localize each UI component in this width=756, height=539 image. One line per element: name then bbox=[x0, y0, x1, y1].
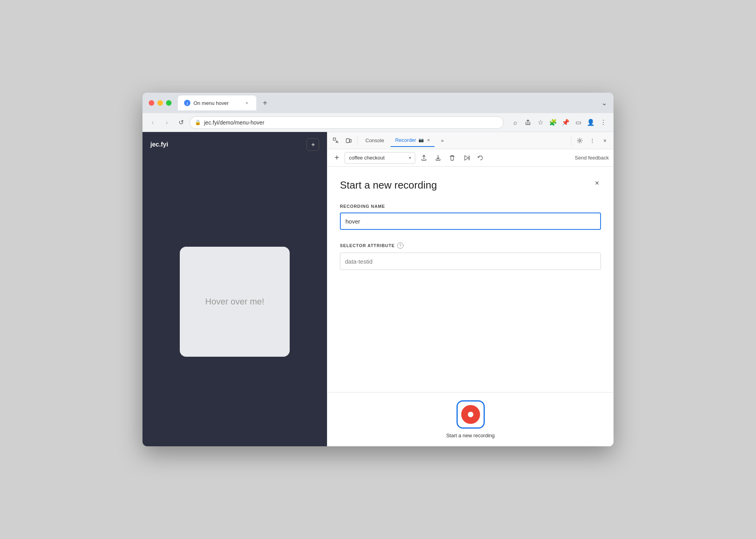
traffic-light-red[interactable] bbox=[149, 100, 154, 106]
theme-icon: ✦ bbox=[310, 141, 316, 148]
url-bar[interactable]: 🔒 jec.fyi/demo/menu-hover bbox=[190, 116, 504, 129]
selector-attribute-label-row: SELECTOR ATTRIBUTE ? bbox=[340, 242, 601, 249]
address-bar: ‹ › ↺ 🔒 jec.fyi/demo/menu-hover ⌕ ☆ 🧩 📌 … bbox=[142, 113, 614, 132]
svg-rect-5 bbox=[469, 156, 469, 160]
recording-name-label: RECORDING NAME bbox=[340, 204, 601, 209]
recorder-content: × Start a new recording RECORDING NAME S… bbox=[327, 167, 614, 392]
window-button[interactable]: ▭ bbox=[573, 117, 584, 128]
devtools-settings-button[interactable] bbox=[574, 135, 585, 146]
add-recording-button[interactable]: + bbox=[332, 153, 341, 163]
devtools-tabs: Console Recorder 📷 × » bbox=[327, 132, 614, 149]
reload-button[interactable]: ↺ bbox=[175, 117, 186, 128]
svg-marker-4 bbox=[465, 156, 468, 160]
recording-name: coffee checkout bbox=[349, 155, 407, 161]
recorder-bottom: Start a new recording bbox=[327, 392, 614, 446]
webpage-content: Hover over me! bbox=[142, 157, 327, 446]
dialog-title: Start a new recording bbox=[340, 179, 601, 191]
console-tab-label: Console bbox=[365, 138, 384, 143]
hover-card[interactable]: Hover over me! bbox=[180, 247, 290, 357]
traffic-light-green[interactable] bbox=[166, 100, 172, 106]
tab-title: On menu hover bbox=[194, 100, 241, 106]
devtools-menu-button[interactable]: ⋮ bbox=[587, 135, 598, 146]
url-text: jec.fyi/demo/menu-hover bbox=[204, 119, 264, 126]
tab-close-button[interactable]: × bbox=[244, 100, 250, 106]
selector-help-icon[interactable]: ? bbox=[397, 242, 404, 249]
traffic-light-yellow[interactable] bbox=[157, 100, 163, 106]
start-recording-label: Start a new recording bbox=[446, 433, 495, 438]
window-menu-button[interactable]: ⌄ bbox=[601, 99, 607, 107]
recording-selector[interactable]: coffee checkout ▾ bbox=[345, 152, 415, 164]
recorder-toolbar: + coffee checkout ▾ bbox=[327, 149, 614, 167]
record-icon-inner bbox=[467, 411, 475, 418]
bookmark-button[interactable]: ☆ bbox=[535, 117, 546, 128]
tab-separator-1 bbox=[357, 136, 358, 145]
back-button[interactable]: ‹ bbox=[147, 117, 158, 128]
search-icon-btn[interactable]: ⌕ bbox=[510, 117, 521, 128]
selector-attribute-label: SELECTOR ATTRIBUTE bbox=[340, 243, 395, 248]
active-tab[interactable]: j On menu hover × bbox=[178, 95, 256, 110]
pin-button[interactable]: 📌 bbox=[560, 117, 571, 128]
delete-button[interactable] bbox=[447, 152, 458, 163]
webpage-logo: jec.fyi bbox=[150, 141, 168, 148]
forward-button[interactable]: › bbox=[161, 117, 172, 128]
send-feedback-link[interactable]: Send feedback bbox=[575, 155, 609, 161]
chrome-menu-button[interactable]: ⋮ bbox=[598, 117, 609, 128]
webpage-panel: jec.fyi ✦ Hover over me! bbox=[142, 132, 327, 446]
svg-rect-1 bbox=[346, 139, 349, 143]
dialog-close-button[interactable]: × bbox=[592, 178, 603, 189]
tab-more[interactable]: » bbox=[436, 134, 448, 147]
profile-button[interactable]: 👤 bbox=[585, 117, 596, 128]
download-button[interactable] bbox=[433, 152, 444, 163]
play-button[interactable] bbox=[461, 152, 472, 163]
more-tabs-label: » bbox=[441, 138, 444, 143]
tab-favicon: j bbox=[184, 100, 190, 106]
devtools-panel: Console Recorder 📷 × » bbox=[327, 132, 614, 446]
devtools-right-actions: ⋮ × bbox=[569, 135, 610, 146]
extensions-button[interactable]: 🧩 bbox=[548, 117, 559, 128]
title-bar: j On menu hover × + ⌄ bbox=[142, 93, 614, 113]
address-actions: ⌕ ☆ 🧩 📌 ▭ 👤 ⋮ bbox=[510, 117, 609, 128]
undo-button[interactable] bbox=[475, 152, 486, 163]
selector-attribute-input[interactable] bbox=[340, 253, 601, 270]
recorder-tab-close[interactable]: × bbox=[427, 138, 430, 143]
device-mode-icon[interactable] bbox=[343, 135, 354, 146]
help-question-mark: ? bbox=[399, 244, 402, 248]
tab-recorder[interactable]: Recorder 📷 × bbox=[391, 134, 435, 147]
hover-card-text: Hover over me! bbox=[205, 297, 264, 307]
tab-console[interactable]: Console bbox=[361, 134, 389, 147]
devtools-close-button[interactable]: × bbox=[599, 135, 610, 146]
add-icon: + bbox=[334, 153, 339, 162]
content-area: jec.fyi ✦ Hover over me! bbox=[142, 132, 614, 446]
inspect-element-icon[interactable] bbox=[331, 135, 341, 146]
start-recording-button[interactable] bbox=[457, 400, 485, 429]
new-tab-button[interactable]: + bbox=[259, 97, 270, 108]
traffic-lights bbox=[149, 100, 172, 106]
upload-button[interactable] bbox=[418, 152, 429, 163]
recording-name-input[interactable] bbox=[340, 213, 601, 230]
lock-icon: 🔒 bbox=[195, 119, 201, 125]
dropdown-arrow-icon: ▾ bbox=[409, 156, 411, 160]
tab-bar: j On menu hover × + bbox=[178, 95, 598, 110]
recorder-tab-icon: 📷 bbox=[418, 138, 424, 143]
record-icon bbox=[461, 405, 480, 424]
theme-toggle-button[interactable]: ✦ bbox=[307, 138, 319, 151]
tab-separator-2 bbox=[571, 136, 571, 145]
recorder-tab-label: Recorder bbox=[395, 137, 416, 143]
svg-rect-2 bbox=[350, 139, 351, 142]
browser-window: j On menu hover × + ⌄ ‹ › ↺ 🔒 jec.fyi/de… bbox=[142, 93, 614, 446]
webpage-topbar: jec.fyi ✦ bbox=[142, 132, 327, 157]
svg-point-3 bbox=[579, 139, 581, 141]
share-button[interactable] bbox=[522, 117, 533, 128]
svg-rect-0 bbox=[333, 138, 336, 140]
